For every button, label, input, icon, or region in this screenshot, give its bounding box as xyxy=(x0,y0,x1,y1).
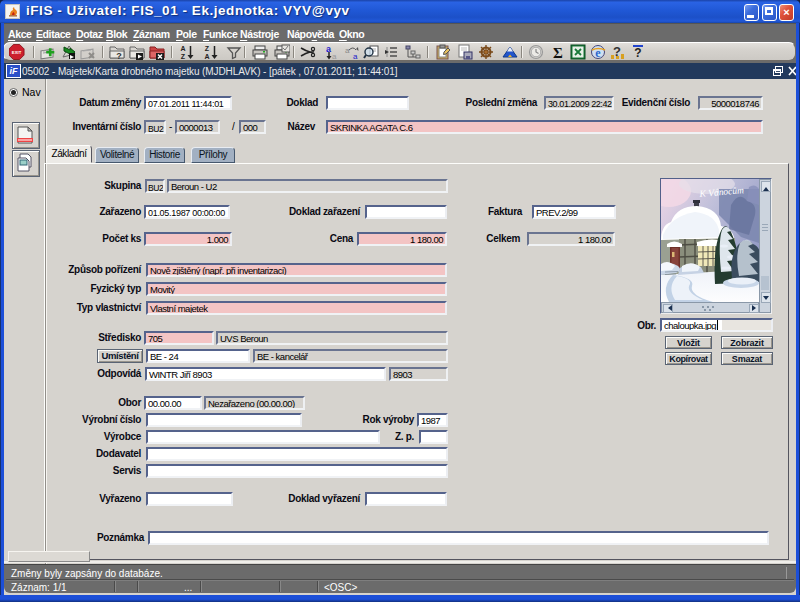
svg-text:EXIT: EXIT xyxy=(12,50,22,55)
svg-text:Z: Z xyxy=(205,45,210,52)
svg-text:a: a xyxy=(332,52,337,60)
svg-text:?: ? xyxy=(116,51,122,60)
svg-text:Σ: Σ xyxy=(553,45,563,60)
svg-text:?: ? xyxy=(634,46,641,60)
svg-text:a: a xyxy=(353,52,358,60)
svg-text:A: A xyxy=(180,45,185,52)
svg-text:e: e xyxy=(595,46,601,60)
svg-text:a: a xyxy=(345,46,350,55)
svg-text:A: A xyxy=(204,53,209,60)
svg-text:Z: Z xyxy=(181,53,186,60)
